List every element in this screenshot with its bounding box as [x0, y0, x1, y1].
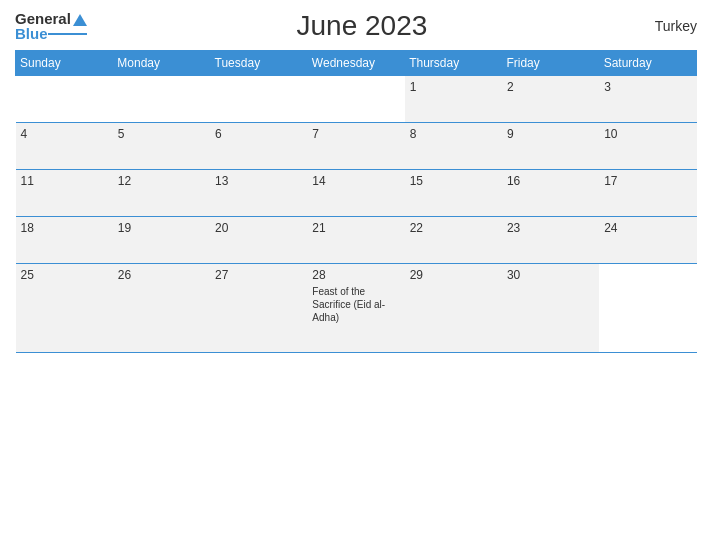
calendar-cell: 14: [307, 170, 404, 217]
calendar-cell: 8: [405, 123, 502, 170]
day-number: 17: [604, 174, 617, 188]
calendar-cell: [307, 76, 404, 123]
day-number: 7: [312, 127, 319, 141]
calendar-cell: 6: [210, 123, 307, 170]
logo-blue-text: Blue: [15, 26, 48, 41]
calendar-cell: 28Feast of the Sacrifice (Eid al-Adha): [307, 264, 404, 353]
logo: General Blue: [15, 11, 87, 41]
calendar-cell: 15: [405, 170, 502, 217]
calendar-cell: 21: [307, 217, 404, 264]
day-number: 4: [21, 127, 28, 141]
calendar-cell: 25: [16, 264, 113, 353]
day-header-sunday: Sunday: [16, 51, 113, 76]
day-number: 5: [118, 127, 125, 141]
logo-triangle-icon: [73, 14, 87, 26]
logo-general-text: General: [15, 11, 71, 26]
day-header-row: SundayMondayTuesdayWednesdayThursdayFrid…: [16, 51, 697, 76]
calendar-cell: [16, 76, 113, 123]
day-header-friday: Friday: [502, 51, 599, 76]
day-header-saturday: Saturday: [599, 51, 696, 76]
calendar-cell: [113, 76, 210, 123]
week-row-2: 45678910: [16, 123, 697, 170]
day-number: 20: [215, 221, 228, 235]
country-label: Turkey: [637, 18, 697, 34]
calendar-page: General Blue June 2023 Turkey SundayMond…: [0, 0, 712, 550]
calendar-cell: 20: [210, 217, 307, 264]
calendar-cell: 18: [16, 217, 113, 264]
day-number: 30: [507, 268, 520, 282]
calendar-cell: [210, 76, 307, 123]
day-number: 16: [507, 174, 520, 188]
calendar-cell: 11: [16, 170, 113, 217]
calendar-cell: 24: [599, 217, 696, 264]
calendar-cell: 13: [210, 170, 307, 217]
day-number: 3: [604, 80, 611, 94]
day-number: 15: [410, 174, 423, 188]
day-number: 2: [507, 80, 514, 94]
logo-underline: [48, 33, 87, 35]
day-number: 10: [604, 127, 617, 141]
month-title: June 2023: [87, 10, 637, 42]
day-number: 6: [215, 127, 222, 141]
calendar-cell: 26: [113, 264, 210, 353]
calendar-cell: 23: [502, 217, 599, 264]
calendar-cell: 7: [307, 123, 404, 170]
calendar-cell: 3: [599, 76, 696, 123]
day-number: 11: [21, 174, 34, 188]
day-number: 1: [410, 80, 417, 94]
event-label: Feast of the Sacrifice (Eid al-Adha): [312, 285, 399, 324]
day-number: 21: [312, 221, 325, 235]
day-number: 19: [118, 221, 131, 235]
day-number: 27: [215, 268, 228, 282]
week-row-3: 11121314151617: [16, 170, 697, 217]
day-number: 8: [410, 127, 417, 141]
calendar-cell: 4: [16, 123, 113, 170]
day-number: 25: [21, 268, 34, 282]
day-number: 24: [604, 221, 617, 235]
week-row-4: 18192021222324: [16, 217, 697, 264]
calendar-cell: 22: [405, 217, 502, 264]
day-number: 29: [410, 268, 423, 282]
calendar-cell: 10: [599, 123, 696, 170]
day-number: 18: [21, 221, 34, 235]
calendar-table: SundayMondayTuesdayWednesdayThursdayFrid…: [15, 50, 697, 353]
calendar-cell: 1: [405, 76, 502, 123]
day-number: 28: [312, 268, 325, 282]
day-number: 12: [118, 174, 131, 188]
day-number: 13: [215, 174, 228, 188]
calendar-cell: 5: [113, 123, 210, 170]
day-number: 14: [312, 174, 325, 188]
day-header-monday: Monday: [113, 51, 210, 76]
calendar-cell: 30: [502, 264, 599, 353]
calendar-cell: 9: [502, 123, 599, 170]
calendar-cell: 12: [113, 170, 210, 217]
day-header-tuesday: Tuesday: [210, 51, 307, 76]
calendar-cell: 16: [502, 170, 599, 217]
day-number: 22: [410, 221, 423, 235]
calendar-cell: 27: [210, 264, 307, 353]
day-number: 26: [118, 268, 131, 282]
day-header-wednesday: Wednesday: [307, 51, 404, 76]
calendar-cell: 29: [405, 264, 502, 353]
calendar-cell: [599, 264, 696, 353]
day-number: 9: [507, 127, 514, 141]
day-header-thursday: Thursday: [405, 51, 502, 76]
calendar-cell: 2: [502, 76, 599, 123]
calendar-cell: 17: [599, 170, 696, 217]
week-row-5: 25262728Feast of the Sacrifice (Eid al-A…: [16, 264, 697, 353]
header: General Blue June 2023 Turkey: [15, 10, 697, 42]
day-number: 23: [507, 221, 520, 235]
calendar-cell: 19: [113, 217, 210, 264]
week-row-1: 123: [16, 76, 697, 123]
